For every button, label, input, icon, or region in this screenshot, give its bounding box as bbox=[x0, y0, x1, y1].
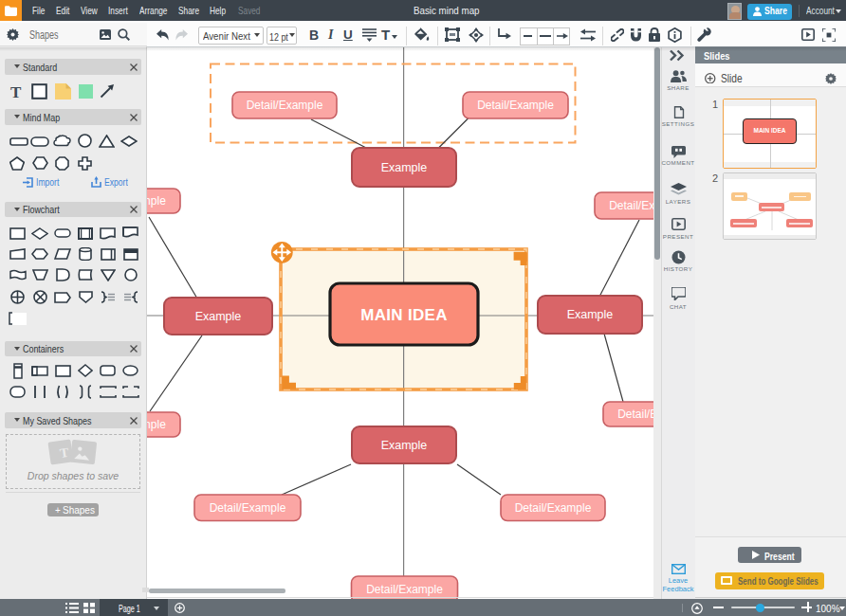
svg-text:Detail/Example: Detail/Example bbox=[609, 199, 653, 212]
svg-text:MAIN IDEA: MAIN IDEA bbox=[360, 306, 447, 324]
svg-text:Example: Example bbox=[381, 439, 428, 452]
svg-text:Detail/Example: Detail/Example bbox=[210, 501, 286, 515]
svg-text:Detail/Example: Detail/Example bbox=[515, 501, 592, 515]
svg-text:Detail/Example: Detail/Example bbox=[477, 99, 554, 112]
svg-text:Example: Example bbox=[381, 161, 428, 174]
svg-text:Detail/Example: Detail/Example bbox=[247, 99, 323, 112]
svg-text:Example: Example bbox=[567, 308, 614, 321]
svg-text:Detail/Example: Detail/Example bbox=[366, 583, 443, 596]
svg-text:Example: Example bbox=[195, 310, 242, 323]
svg-text:Detail/Example: Detail/Example bbox=[617, 408, 653, 421]
svg-text:Detail/Example: Detail/Example bbox=[147, 418, 166, 431]
svg-text:Detail/Example: Detail/Example bbox=[147, 194, 166, 208]
